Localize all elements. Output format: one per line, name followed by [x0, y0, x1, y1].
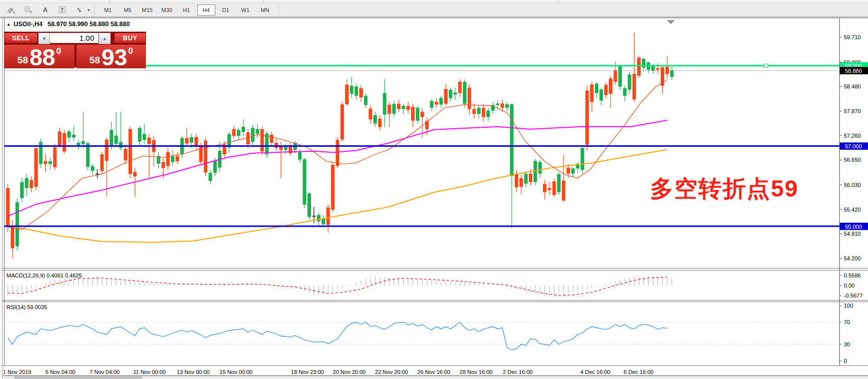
candle-body [439, 98, 443, 105]
candle-body [553, 181, 556, 195]
candle-body [190, 137, 193, 143]
candle-body [208, 173, 212, 181]
candle-body [435, 102, 438, 105]
candle-body [133, 172, 137, 176]
svg-text:0.5586: 0.5586 [844, 272, 861, 278]
candle-body [383, 93, 386, 115]
candle-body [251, 128, 255, 142]
chart-window: 59.71059.09058.48057.87057.26056.65056.0… [0, 18, 868, 379]
candle-body [303, 159, 306, 205]
bid-price[interactable]: 58880 [4, 45, 74, 68]
candle-body [298, 152, 301, 159]
svg-text:5 Nov 04:00: 5 Nov 04:00 [45, 369, 75, 375]
candle-body [48, 161, 52, 164]
svg-text:57.000: 57.000 [845, 143, 862, 149]
candle-body [458, 82, 462, 93]
candle-body [487, 111, 490, 117]
svg-text:MACD(12,26,9) 0.4061 0.4625: MACD(12,26,9) 0.4061 0.4625 [7, 272, 82, 278]
candle-body [444, 89, 447, 104]
candle-body [350, 86, 353, 94]
candle-body [105, 140, 109, 161]
candle-body [147, 138, 151, 144]
candle-body [336, 140, 339, 166]
candle-body [166, 152, 170, 166]
bid-price-small: 58 [18, 55, 28, 66]
ohlc-values: 58.970 58.990 58.880 58.880 [48, 21, 130, 28]
candle-body [665, 67, 669, 74]
candle-body [453, 92, 457, 94]
candle-body [571, 168, 575, 173]
candle-body [407, 106, 410, 110]
sell-button[interactable]: SELL [4, 33, 38, 43]
svg-text:-0.5677: -0.5677 [844, 293, 862, 299]
svg-text:100: 100 [844, 303, 853, 309]
candle-body [387, 105, 391, 114]
candle-body [585, 90, 589, 145]
candle-body [110, 130, 113, 146]
candle-body [185, 138, 189, 143]
buy-button[interactable]: BUY [114, 33, 146, 43]
candle-body [270, 135, 273, 143]
ask-price[interactable]: 58930 [76, 45, 146, 68]
collapse-panel-icon[interactable]: ▲ [7, 22, 11, 27]
candle-body [213, 161, 217, 173]
volume-increase-button[interactable]: ▲ [99, 33, 111, 44]
svg-text:15 Nov 00:00: 15 Nov 00:00 [219, 369, 252, 375]
candle-body [162, 162, 165, 168]
candle-body [62, 133, 66, 152]
chart-annotation-text: 多空转折点59 [650, 177, 799, 200]
svg-text:20 Nov 20:00: 20 Nov 20:00 [333, 369, 365, 375]
svg-text:0: 0 [844, 358, 847, 364]
candle-body [124, 149, 127, 160]
candle-body [618, 66, 622, 86]
candle-body [590, 84, 594, 102]
candle-body [345, 84, 349, 104]
candle-body [562, 180, 565, 201]
price-axis: 59.71059.09058.48057.87057.26056.65056.0… [839, 34, 868, 261]
candle-body [67, 132, 71, 138]
candle-body [176, 156, 179, 161]
svg-text:57.870: 57.870 [844, 108, 861, 114]
candle-body [378, 119, 381, 127]
candle-body [331, 165, 335, 210]
candle-body [463, 82, 466, 104]
svg-text:56.650: 56.650 [844, 157, 861, 163]
candle-body [533, 161, 537, 182]
candle-body [359, 88, 363, 97]
svg-text:2 Dec 16:00: 2 Dec 16:00 [503, 369, 532, 375]
candle-body [326, 208, 330, 225]
candle-body [91, 166, 94, 171]
chart-title: ▲ USOil-,H4 58.970 58.990 58.880 58.880 [7, 21, 130, 28]
candle-body [425, 121, 429, 129]
svg-text:4 Dec 16:00: 4 Dec 16:00 [580, 369, 610, 375]
volume-decrease-button[interactable]: ▼ [38, 33, 50, 44]
candle-body [637, 58, 641, 76]
svg-text:22 Nov 20:00: 22 Nov 20:00 [375, 369, 408, 375]
candle-body [543, 184, 546, 192]
candle-body [397, 104, 401, 109]
svg-text:56.030: 56.030 [844, 182, 861, 188]
candle-body [604, 85, 608, 95]
bid-price-big: 88 [30, 49, 55, 67]
candle-body [595, 84, 598, 93]
candle-body [670, 70, 674, 77]
candle-body [581, 148, 584, 170]
scrollbar-thumb[interactable] [14, 376, 142, 379]
svg-text:57.260: 57.260 [844, 133, 861, 139]
candle-body [623, 88, 626, 96]
candle-body [355, 86, 358, 96]
ask-price-big: 93 [102, 49, 127, 67]
candle-body [237, 130, 241, 136]
candle-body [430, 101, 433, 108]
candle-body [501, 104, 504, 108]
svg-text:58.880: 58.880 [845, 68, 862, 74]
volume-input[interactable] [49, 33, 99, 43]
candle-body [529, 173, 532, 182]
candle-body [515, 173, 518, 187]
svg-text:28 Nov 16:00: 28 Nov 16:00 [459, 369, 492, 375]
svg-text:11 Nov 00:00: 11 Nov 00:00 [133, 369, 166, 375]
candle-body [6, 188, 10, 226]
svg-text:1 Nov 2019: 1 Nov 2019 [3, 369, 31, 375]
candle-body [25, 178, 28, 188]
candle-body [519, 178, 523, 187]
